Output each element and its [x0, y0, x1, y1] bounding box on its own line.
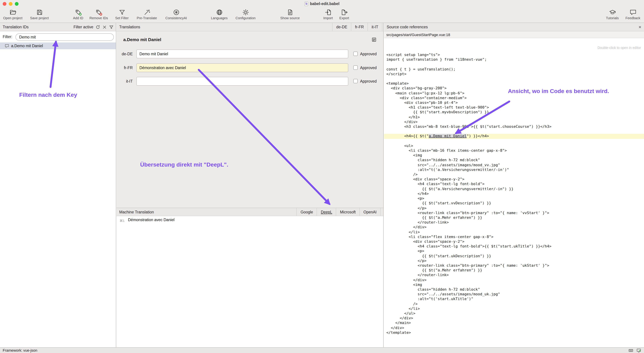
- code-line: {{ $t("a.Versicherungsvermittler/-in") }…: [384, 187, 644, 191]
- code-line: <div class="container-medium">: [384, 96, 644, 101]
- panel-title: Translation IDs: [0, 25, 29, 29]
- code-line: [384, 129, 644, 134]
- filter-input[interactable]: [16, 33, 114, 41]
- translation-input-de-DE[interactable]: [136, 50, 348, 58]
- save-icon: [25, 8, 54, 16]
- code-line: />: [384, 301, 644, 306]
- globe-icon: [205, 8, 234, 16]
- consistency-ai-button[interactable]: ConsistencyAI: [162, 8, 190, 20]
- keyboard-icon[interactable]: [628, 348, 634, 352]
- show-source-button[interactable]: Show source: [276, 8, 304, 20]
- approved-checkbox-de-DE[interactable]: [353, 52, 358, 56]
- open-project-button[interactable]: Open project: [0, 8, 27, 20]
- code-line: [384, 62, 644, 67]
- configuration-button[interactable]: Configuration: [232, 8, 260, 20]
- magic-wand-icon: [133, 8, 161, 16]
- code-line: <router-link class="btn-primary" :to="{ …: [384, 263, 644, 268]
- code-line: src="../../assets/images/mood_uk.jpg": [384, 292, 644, 297]
- language-tab-fr-FR[interactable]: fr-FR: [351, 23, 368, 31]
- code-line: {{ $t("a.Mehr erfahren") }}: [384, 268, 644, 273]
- language-tab-it-IT[interactable]: it-IT: [368, 23, 382, 31]
- babeledit-window: b babel-edit.babel Open project Save pro…: [0, 0, 644, 353]
- close-icon[interactable]: ×: [638, 25, 644, 29]
- clear-filter-icon[interactable]: [102, 25, 107, 29]
- code-line: </h4>: [384, 191, 644, 196]
- set-filter-button[interactable]: Set Filter: [108, 8, 136, 20]
- translation-input-fr-FR[interactable]: [136, 63, 348, 72]
- provider-tab-deepl[interactable]: DeepL: [317, 208, 336, 216]
- code-line: <main class="lg:px-12 lg:pb-6">: [384, 91, 644, 96]
- code-line: {{ $t("start.ukDescription") }}: [384, 254, 644, 258]
- code-line: <script setup lang="ts">: [384, 53, 644, 57]
- mt-suggestion[interactable]: Démonstration avec Daniel: [128, 218, 174, 222]
- export-button[interactable]: Export: [330, 8, 358, 20]
- code-line: </template>: [384, 330, 644, 335]
- save-project-button[interactable]: Save project: [25, 8, 54, 20]
- notes-icon[interactable]: [372, 37, 376, 44]
- code-line: <div class="pb-10 pt-4">: [384, 101, 644, 105]
- titlebar: b babel-edit.babel: [0, 0, 644, 8]
- code-line: import { useTranslation } from "i18next-…: [384, 57, 644, 62]
- code-line: <div class="space-y-2">: [384, 239, 644, 244]
- folder-open-icon: [0, 8, 27, 16]
- approved-label: Approved: [360, 63, 376, 73]
- code-line: {{ $t("a.Mehr erfahren") }}: [384, 215, 644, 220]
- code-line: </div>: [384, 225, 644, 230]
- language-tab-de-DE[interactable]: de-DE: [332, 23, 351, 31]
- highlighted-key-token: a.Demo mit Daniel: [429, 134, 467, 138]
- panel-title: Translations: [116, 25, 140, 29]
- code-line: [384, 77, 644, 81]
- languages-button[interactable]: Languages: [205, 8, 234, 20]
- provider-tab-google[interactable]: Google: [296, 208, 317, 216]
- approved-checkbox-it-IT[interactable]: [353, 79, 358, 83]
- translations-body: a.Demo mit Daniel de-DE Approved fr-FR A…: [116, 31, 383, 208]
- approved-checkbox-fr-FR[interactable]: [353, 65, 358, 70]
- document-icon: b: [304, 2, 308, 6]
- code-line: <li class="mb-16 flex items-center gap-x…: [384, 148, 644, 153]
- code-line: </div>: [384, 316, 644, 321]
- code-line: </script>: [384, 72, 644, 77]
- code-line: </p>: [384, 206, 644, 211]
- language-label: it-IT: [118, 77, 133, 86]
- translation-ids-header: Translation IDs Filter active: [0, 23, 116, 31]
- comment-bubble-icon: [5, 44, 9, 48]
- translation-id-list-item[interactable]: a.Demo mit Daniel: [0, 43, 116, 49]
- code-line: const { t } = useTranslation();: [384, 67, 644, 72]
- code-line: :alt="t('a.Versicherungsvermittler/-in')…: [384, 168, 644, 172]
- code-line: <div class="bg-gray-200">: [384, 86, 644, 91]
- code-line: <p>: [384, 249, 644, 254]
- code-line: :alt="t('start.ukTitle')": [384, 297, 644, 301]
- code-line: </div>: [384, 325, 644, 330]
- filter-icon[interactable]: [109, 25, 114, 29]
- display-icon[interactable]: [636, 348, 641, 352]
- refresh-icon[interactable]: [96, 25, 100, 29]
- code-line: </router-link>: [384, 273, 644, 278]
- code-listing[interactable]: <script setup lang="ts">import { useTran…: [384, 53, 644, 335]
- code-line: <router-link class="btn-primary" :to="{ …: [384, 211, 644, 215]
- code-line: </main>: [384, 321, 644, 325]
- code-line: </ul>: [384, 311, 644, 316]
- translation-row-de-DE: de-DE Approved: [116, 50, 383, 59]
- framework-status: Framework: vue-json: [3, 348, 37, 352]
- code-line: class="hidden h-72 md:block": [384, 158, 644, 163]
- editor-hint: Double-click to open in editor: [384, 38, 644, 50]
- feedback-button[interactable]: Feedback: [619, 8, 644, 20]
- provider-tab-openai[interactable]: OpenAI: [360, 208, 380, 216]
- translation-row-fr-FR: fr-FR Approved: [116, 63, 383, 73]
- source-file-reference[interactable]: src/pages/start/GuestStartPage.vue:18: [384, 31, 644, 38]
- translation-input-it-IT[interactable]: [136, 77, 348, 86]
- gear-icon: [232, 8, 260, 16]
- code-line: <ul>: [384, 144, 644, 148]
- approved-label: Approved: [360, 50, 376, 59]
- funnel-icon: [108, 8, 136, 16]
- machine-translation-header: Machine Translation Google DeepL Microso…: [116, 208, 383, 216]
- provider-tab-microsoft[interactable]: Microsoft: [336, 208, 360, 216]
- code-line: </div>: [384, 120, 644, 124]
- code-line: <h4 class="text-lg font-bold">{{ $t("sta…: [384, 244, 644, 249]
- pre-translate-button[interactable]: Pre-Translate: [133, 8, 161, 20]
- translations-panel: Translations de-DE fr-FR it-IT a.Demo mi…: [116, 23, 384, 347]
- code-line: <img: [384, 282, 644, 287]
- filter-row: Filter:: [0, 31, 116, 42]
- window-title: b babel-edit.babel: [0, 1, 644, 7]
- filter-active-label: Filter active: [74, 25, 93, 29]
